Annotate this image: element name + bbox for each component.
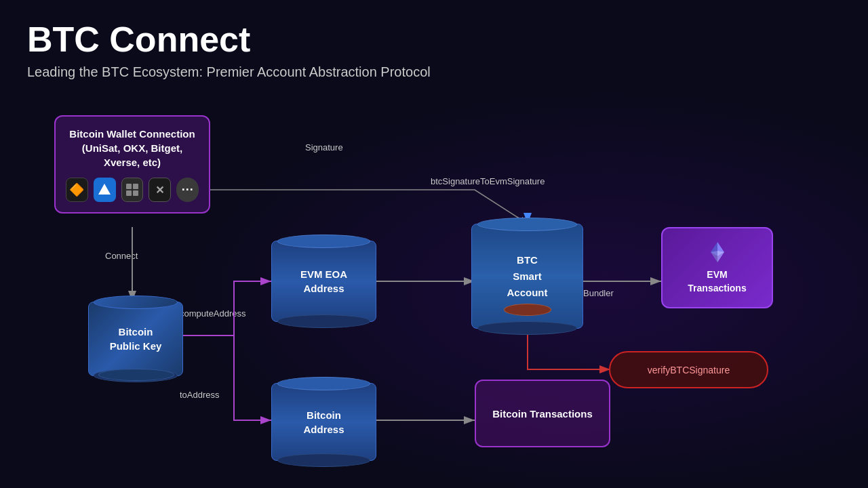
svg-rect-2: [133, 184, 138, 189]
wallet-icons: 🔶 ✕ ···: [66, 178, 199, 202]
verify-btc-label: verifyBTCSignature: [648, 365, 730, 375]
btc-sig-label: btcSignatureToEvmSignature: [431, 176, 545, 186]
wallet-icon-3: [121, 178, 144, 202]
svg-rect-4: [133, 190, 138, 196]
compute-address-label: computeAddress: [180, 308, 246, 319]
evm-eoa-node: EVM EOAAddress: [271, 241, 376, 322]
evm-transactions-label: EVMTransactions: [688, 268, 746, 295]
btc-address-label: BitcoinAddress: [303, 408, 344, 436]
page-subtitle: Leading the BTC Ecosystem: Premier Accou…: [27, 64, 431, 80]
wallet-icon-4: ✕: [149, 178, 171, 202]
wallet-icon-1: 🔶: [66, 178, 88, 202]
btc-public-key-node: BitcoinPublic Key: [88, 302, 183, 376]
connect-label: Connect: [105, 251, 138, 261]
svg-rect-1: [126, 184, 132, 189]
to-address-label: toAddress: [180, 390, 220, 400]
btc-address-node: BitcoinAddress: [271, 383, 376, 461]
verify-btc-node: verifyBTCSignature: [609, 351, 768, 388]
main-content: BTC Connect Leading the BTC Ecosystem: P…: [0, 0, 868, 488]
bundler-label: Bundler: [583, 288, 614, 298]
svg-marker-0: [98, 184, 111, 195]
evm-transactions-node: EVMTransactions: [661, 227, 773, 308]
eth-icon: [705, 240, 730, 264]
btc-public-key-label: BitcoinPublic Key: [110, 325, 162, 353]
svg-rect-3: [126, 190, 132, 196]
btc-smart-account-label: BTCSmartAccount: [507, 252, 548, 301]
diagram: Bitcoin Wallet Connection(UniSat, OKX, B…: [0, 108, 868, 488]
wallet-icon-2: [94, 178, 116, 202]
evm-eoa-label: EVM EOAAddress: [300, 267, 347, 296]
signature-label: Signature: [305, 142, 343, 152]
wallet-box: Bitcoin Wallet Connection(UniSat, OKX, B…: [54, 115, 210, 214]
wallet-icon-5: ···: [176, 178, 199, 202]
page-title: BTC Connect: [27, 20, 431, 59]
header: BTC Connect Leading the BTC Ecosystem: P…: [27, 20, 431, 80]
wallet-box-title: Bitcoin Wallet Connection(UniSat, OKX, B…: [66, 127, 199, 169]
btc-transactions-label: Bitcoin Transactions: [492, 408, 593, 420]
btc-transactions-node: Bitcoin Transactions: [475, 380, 610, 447]
btc-smart-account-node: BTCSmartAccount: [471, 224, 583, 329]
